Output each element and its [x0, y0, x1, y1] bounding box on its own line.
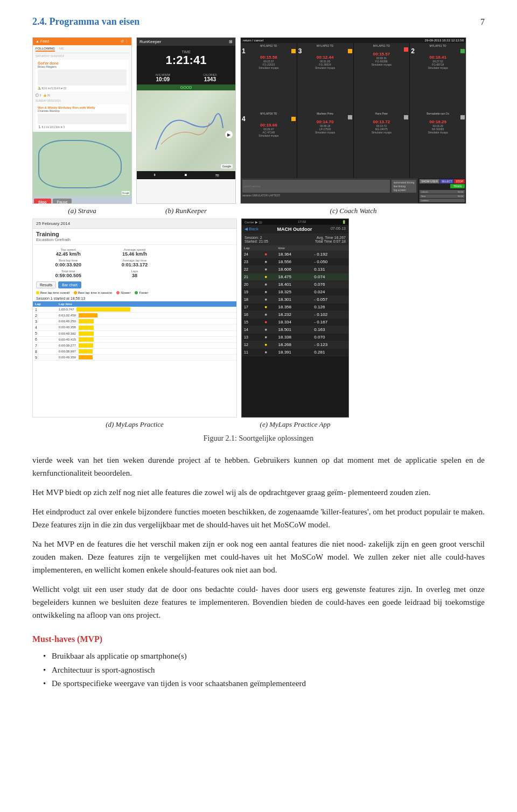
legend-dot-slower: [116, 291, 120, 294]
strava-date-1: SATURDAY 01/02/2014: [34, 53, 130, 59]
section-title: 2.4. Programma van eisen: [32, 16, 139, 27]
body-para-2: Het MVP biedt op zich zelf nog niet alle…: [32, 486, 485, 499]
cw-dot-6: [348, 115, 352, 119]
mpp-bar-6: [79, 337, 94, 342]
mpp-bar-9: [79, 355, 93, 359]
rk-pause-icon[interactable]: ⏸: [153, 173, 156, 177]
cw-dot-5: [291, 117, 296, 121]
rk-header: RunKeeper ⊞: [137, 38, 235, 46]
cw-select-button[interactable]: SELECT: [440, 179, 453, 183]
cw-dot-8: [460, 115, 465, 119]
mpa-date: 07-06-13: [331, 227, 346, 232]
pause-button[interactable]: Pause: [53, 199, 72, 204]
rk-time-block: TIME 1:21:41: [137, 46, 235, 71]
legend-dot-best-overall: [36, 291, 39, 294]
mpp-stat-avglap: Average lap time 0:01:33.172: [102, 259, 166, 267]
strava-following-tab[interactable]: FOLLOWING: [36, 47, 55, 52]
mpp-th-laptime: Lap time: [57, 301, 236, 307]
cw-timer-6: Marleen Prins 00:14.70 00:38.18 LP-17500…: [297, 111, 353, 179]
cw-control-row-3: realtime: [420, 199, 465, 202]
cw-top-bar: return / cancel 29-09-2013 16:22 12:12:5…: [241, 38, 466, 43]
table-row: 19 ■ 18.325 0.024: [242, 288, 348, 296]
cw-timers-bottom: MYLAPS6 TD 4 00:19.68 00:29.47 AC-47148 …: [241, 111, 466, 179]
mpp-stat-avgspeed: Average speed 15.46 km/h: [102, 248, 166, 257]
table-row: 9 0:00:49.359: [33, 355, 236, 361]
table-row: 23 ■ 18.556 - 0.050: [242, 258, 348, 266]
mpp-stat-totaltime: Total time 0:59:00.505: [36, 270, 100, 278]
cw-control-row-2: New00:00: [420, 194, 465, 198]
rk-stat-avg: AVG MIN/MI 10:09: [156, 73, 171, 82]
table-row: 11 ■ 18.391 0.281: [242, 349, 348, 356]
cw-train-button[interactable]: TRAIN: [450, 184, 465, 188]
list-item: Architectuur is sport-agnostisch: [43, 663, 485, 677]
rk-stat-cal: CALORIES 1343: [203, 73, 216, 82]
mpa-lap-table: Lap time 24 ■ 18.364 - 0.192: [242, 245, 348, 356]
mpp-tab-barchart[interactable]: Bar chart: [58, 281, 81, 288]
mpp-tab-results[interactable]: Results: [36, 281, 56, 288]
mpa-session-label: Session: 2: [244, 236, 268, 239]
figure-caption: Figuur 2.1: Soortgelijke oplossingen: [32, 434, 485, 443]
legend-best-overall: Best lap time overall: [36, 291, 69, 294]
strava-likes: 💬 3👍 26: [34, 93, 130, 98]
mpp-bar-7: [79, 343, 93, 348]
list-item: Bruikbaar als applicatie op smartphone(s…: [43, 649, 485, 663]
mpp-bar-3: [79, 319, 94, 323]
cw-dot-4: [460, 49, 465, 53]
rk-photo-icon[interactable]: 📷: [215, 173, 219, 177]
strava-feed-label: ▲ Feed: [36, 39, 49, 44]
mpp-stats-grid: Top speed 42.45 km/h Average speed 15.46…: [33, 245, 236, 281]
mpp-session-header: Session 1 started at 18:56:13: [33, 295, 236, 301]
cw-showuser-button[interactable]: SHOW USER: [420, 179, 439, 183]
runkeeper-screenshot-wrapper: RunKeeper ⊞ TIME 1:21:41 AVG MIN/MI 10:0…: [136, 37, 236, 215]
cw-button-group: SHOW USER SELECT STOP TRAIN refresh00:00: [418, 178, 466, 203]
mpp-event-name: Training: [36, 231, 233, 237]
mpp-header: 25 February 2014: [33, 219, 236, 229]
table-row: 8 0:00:38.997: [33, 349, 236, 355]
table-row: 20 ■ 18.401 0.076: [242, 281, 348, 288]
cw-timer-2: MYLAPS2 TD 3 00:12.44 00:31.93 FG-36524 …: [297, 43, 353, 111]
legend-dot-best-session: [74, 291, 77, 294]
cw-dot-2: [348, 49, 352, 53]
mylaps-practice-label: (d) MyLaps Practice: [106, 420, 164, 429]
cw-top-buttons: SHOW USER SELECT STOP: [420, 179, 465, 183]
mpa-status-bar: Carrier ▶ ))) 17:02 🔋: [242, 219, 348, 225]
strava-date-2: SUNDAY 03/02/2014: [34, 98, 130, 103]
strava-me-tab[interactable]: ME: [59, 47, 64, 52]
cw-timer-7: Hans Peer 00:13.72 00:13.72 NG-04075 Sim…: [354, 111, 410, 179]
rk-cal-value: 1343: [203, 76, 216, 82]
table-row: 13 ■ 18.338 0.070: [242, 334, 348, 341]
figure-container: ▲ Feed ↺ ⋮ FOLLOWING ME SATURDAY 01/02/2…: [32, 37, 485, 443]
body-para-4: Na het MVP en de features die het versch…: [32, 538, 485, 576]
table-row: 6 0:00:40.415: [33, 336, 236, 342]
strava-header: ▲ Feed ↺ ⋮: [33, 38, 131, 45]
strava-label: (a) Strava: [68, 207, 96, 215]
cw-left-panel: automated timing live timing big screen …: [241, 178, 418, 203]
rk-map: ▶ Google: [137, 90, 235, 171]
mpa-th-lap: Lap: [242, 245, 262, 251]
mpp-th-lap: Lap: [33, 301, 57, 307]
cw-return-label: return / cancel: [243, 39, 263, 42]
mpa-avg-time: Avg. Time 18.267: [315, 236, 346, 239]
stop-button[interactable]: Stop: [34, 199, 51, 204]
cw-search-input[interactable]: [242, 180, 390, 193]
mylaps-practice-screenshot: 25 February 2014 Training Eicastion Gref…: [32, 218, 237, 418]
strava-inner: ▲ Feed ↺ ⋮ FOLLOWING ME SATURDAY 01/02/2…: [33, 38, 131, 203]
rk-stop-icon[interactable]: ⏹: [184, 173, 187, 177]
mpa-back-button[interactable]: ◀ Back: [244, 227, 258, 232]
mpp-bar-4: [79, 326, 94, 330]
mylaps-app-wrapper: Carrier ▶ ))) 17:02 🔋 ◀ Back MACH Outdoo…: [241, 218, 349, 429]
cw-stop-button[interactable]: STOP: [454, 179, 465, 183]
mylaps-app-screenshot: Carrier ▶ ))) 17:02 🔋 ◀ Back MACH Outdoo…: [241, 218, 349, 418]
cw-timer-3: MYLAPS1 TD 00:15.57 00:08.31 FG-60286 Si…: [354, 43, 410, 111]
cw-datetime: 29-09-2013 16:22 12:12:58: [425, 39, 464, 42]
body-para-1: vierde week van het tien weken durende p…: [32, 454, 485, 479]
mpp-stat-empty-1: [169, 248, 233, 257]
cw-timers-top: MYLAPS2 TD 1 00:15.58 00:15.57 FG-22023 …: [241, 43, 466, 111]
rk-map-route: [145, 101, 226, 160]
cw-dot-1: [291, 49, 296, 53]
rk-header-left: RunKeeper: [139, 39, 161, 44]
mylaps-practice-wrapper: 25 February 2014 Training Eicastion Gref…: [32, 218, 237, 429]
runkeeper-inner: RunKeeper ⊞ TIME 1:21:41 AVG MIN/MI 10:0…: [137, 38, 235, 203]
mpa-nav: ◀ Back MACH Outdoor 07-06-13: [242, 225, 348, 234]
strava-screenshot-wrapper: ▲ Feed ↺ ⋮ FOLLOWING ME SATURDAY 01/02/2…: [32, 37, 132, 215]
